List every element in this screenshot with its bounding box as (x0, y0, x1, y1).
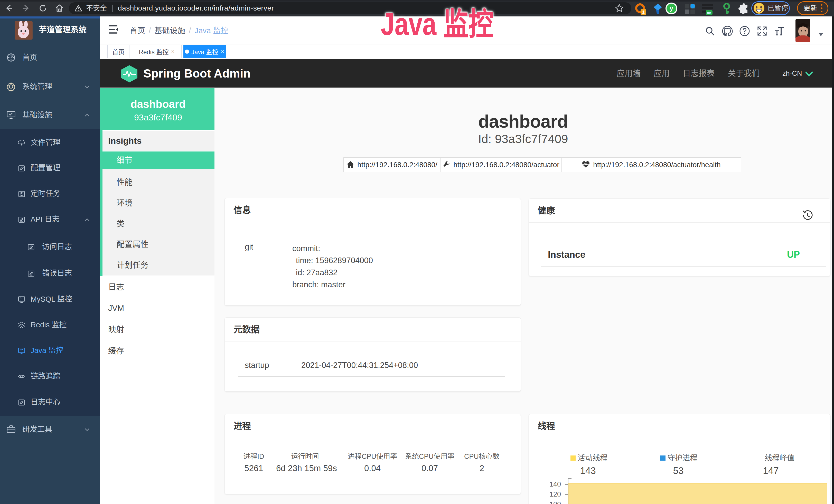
svg-text:1: 1 (642, 10, 644, 15)
svg-text:y: y (670, 5, 673, 12)
svg-text:on: on (707, 11, 711, 15)
